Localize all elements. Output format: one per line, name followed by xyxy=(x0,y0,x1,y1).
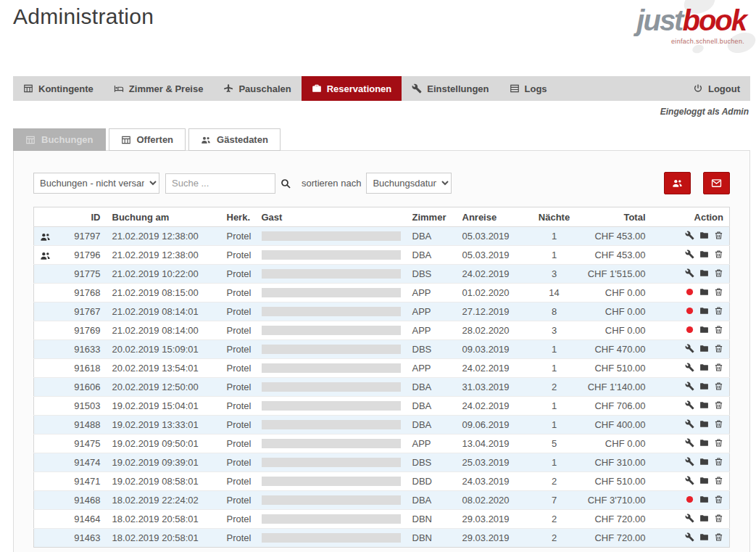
bookings-table: IDBuchung amHerk.GastZimmerAnreiseNächte… xyxy=(33,207,730,548)
tab-offerten[interactable]: Offerten xyxy=(109,128,186,151)
tab-label: Buchungen xyxy=(41,134,94,145)
nights: 2 xyxy=(528,472,581,491)
edit-wrench-icon[interactable] xyxy=(685,363,694,372)
booking-source: Protel xyxy=(221,453,256,472)
trash-icon[interactable] xyxy=(714,438,723,448)
total-amount: CHF 3'710.00 xyxy=(581,491,652,510)
edit-wrench-icon[interactable] xyxy=(685,532,694,542)
nights: 1 xyxy=(528,359,581,378)
row-actions xyxy=(680,382,723,391)
edit-wrench-icon[interactable] xyxy=(685,438,694,448)
total-amount: CHF 720.00 xyxy=(581,510,652,529)
folder-icon[interactable] xyxy=(699,532,709,542)
logout-button[interactable]: Logout xyxy=(683,76,750,101)
nav-item-reservationen[interactable]: Reservationen xyxy=(302,76,402,101)
folder-icon[interactable] xyxy=(699,382,709,391)
total-amount: CHF 1'515.00 xyxy=(581,265,652,284)
search-input[interactable] xyxy=(165,173,275,194)
folder-icon[interactable] xyxy=(699,287,709,297)
edit-wrench-icon[interactable] xyxy=(685,419,694,429)
tab-buchungen[interactable]: Buchungen xyxy=(13,128,106,151)
edit-wrench-icon[interactable] xyxy=(685,344,694,353)
trash-icon[interactable] xyxy=(714,419,723,429)
folder-icon[interactable] xyxy=(699,306,709,316)
action-cell xyxy=(652,227,730,246)
room-code: DBD xyxy=(407,472,457,491)
edit-wrench-icon[interactable] xyxy=(685,231,694,240)
booking-status-select[interactable]: Buchungen - nicht versandt xyxy=(33,173,159,194)
folder-icon[interactable] xyxy=(699,419,709,429)
edit-wrench-icon[interactable] xyxy=(685,514,694,523)
tab-g-stedaten[interactable]: Gästedaten xyxy=(188,128,281,151)
guest-cell xyxy=(256,265,407,284)
total-amount: CHF 1'140.00 xyxy=(581,378,652,397)
folder-icon[interactable] xyxy=(699,231,709,240)
trash-icon[interactable] xyxy=(714,495,723,504)
nav-item-zimmer-preise[interactable]: Zimmer & Preise xyxy=(104,76,214,101)
booking-id: 91464 xyxy=(59,510,107,529)
trash-icon[interactable] xyxy=(714,344,723,353)
edit-wrench-icon[interactable] xyxy=(685,250,694,259)
trash-icon[interactable] xyxy=(714,382,723,391)
trash-icon[interactable] xyxy=(714,306,723,316)
column-header-total: Total xyxy=(581,207,652,227)
search-button[interactable] xyxy=(280,178,291,189)
sort-select[interactable]: Buchungsdatum xyxy=(366,173,452,194)
edit-wrench-icon[interactable] xyxy=(685,476,694,485)
send-mail-button[interactable] xyxy=(703,172,730,194)
folder-icon[interactable] xyxy=(699,476,709,485)
edit-wrench-icon[interactable] xyxy=(685,400,694,410)
trash-icon[interactable] xyxy=(714,476,723,485)
column-header-action: Action xyxy=(652,207,730,227)
folder-icon[interactable] xyxy=(699,325,709,334)
trash-icon[interactable] xyxy=(714,325,723,334)
folder-icon[interactable] xyxy=(699,268,709,278)
trash-icon[interactable] xyxy=(714,532,723,542)
booking-date: 21.02.2019 12:38:00 xyxy=(107,227,221,246)
edit-wrench-icon[interactable] xyxy=(685,268,694,278)
nav-item-kontingente[interactable]: Kontingente xyxy=(13,76,104,101)
total-amount: CHF 400.00 xyxy=(581,416,652,434)
nights: 1 xyxy=(528,227,581,246)
folder-icon[interactable] xyxy=(699,495,709,504)
arrival-date: 24.02.2019 xyxy=(457,359,528,378)
trash-icon[interactable] xyxy=(714,457,723,466)
edit-wrench-icon[interactable] xyxy=(685,457,694,466)
arrival-date: 29.03.2019 xyxy=(457,510,528,529)
booking-id: 91769 xyxy=(59,321,107,340)
nav-item-logs[interactable]: Logs xyxy=(499,76,557,101)
row-actions xyxy=(680,268,723,278)
folder-icon[interactable] xyxy=(699,514,709,523)
trash-icon[interactable] xyxy=(714,363,723,372)
column-header-group xyxy=(34,207,59,227)
trash-icon[interactable] xyxy=(714,400,723,410)
trash-icon[interactable] xyxy=(714,268,723,278)
trash-icon[interactable] xyxy=(714,231,723,240)
guests-button[interactable] xyxy=(664,172,691,194)
logo-part-just: just xyxy=(636,4,682,36)
table-row: 9160620.02.2019 12:50:00ProtelDBA31.03.2… xyxy=(34,378,730,397)
folder-icon[interactable] xyxy=(699,457,709,466)
table-row: 9146318.02.2019 20:58:01ProtelDBN29.03.2… xyxy=(34,529,730,548)
booking-date: 18.02.2019 22:24:02 xyxy=(107,491,221,510)
users-icon xyxy=(40,250,51,261)
trash-icon[interactable] xyxy=(714,514,723,523)
group-indicator-cell xyxy=(34,227,59,246)
nav-item-pauschalen[interactable]: Pauschalen xyxy=(213,76,301,101)
folder-icon[interactable] xyxy=(699,400,709,410)
folder-icon[interactable] xyxy=(699,363,709,372)
folder-icon[interactable] xyxy=(699,250,709,259)
folder-icon[interactable] xyxy=(699,344,709,353)
trash-icon[interactable] xyxy=(714,287,723,297)
trash-icon[interactable] xyxy=(714,250,723,259)
booking-source: Protel xyxy=(221,265,256,284)
folder-icon[interactable] xyxy=(699,438,709,448)
action-cell xyxy=(652,397,730,416)
booking-id: 91474 xyxy=(59,453,107,472)
booking-date: 18.02.2019 20:58:01 xyxy=(107,529,221,548)
booking-date: 21.02.2019 10:22:00 xyxy=(107,265,221,284)
booking-id: 91475 xyxy=(59,434,107,453)
edit-wrench-icon[interactable] xyxy=(685,382,694,391)
room-code: DBA xyxy=(407,227,457,246)
nav-item-einstellungen[interactable]: Einstellungen xyxy=(402,76,499,101)
